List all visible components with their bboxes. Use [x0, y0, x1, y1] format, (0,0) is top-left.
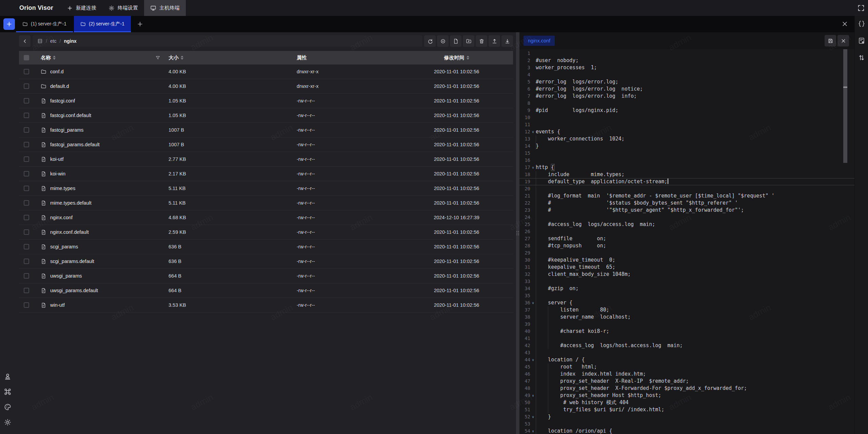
- code-line[interactable]: 47 proxy_set_header X-Real-IP $remote_ad…: [519, 378, 854, 385]
- script-doc-icon[interactable]: [858, 37, 865, 44]
- row-checkbox[interactable]: [24, 215, 29, 220]
- file-name-cell[interactable]: mime.types: [34, 186, 164, 191]
- code-line[interactable]: 8: [519, 100, 854, 107]
- code-line[interactable]: 17∨http {: [519, 164, 854, 171]
- code-line[interactable]: 12∨events {: [519, 128, 854, 135]
- new-connection-button[interactable]: [3, 18, 15, 30]
- code-line[interactable]: 48 proxy_set_header X-Forwarded-For $pro…: [519, 385, 854, 392]
- row-checkbox[interactable]: [24, 229, 29, 235]
- breadcrumb-label[interactable]: nginx: [64, 38, 76, 44]
- code-line[interactable]: 13 worker_connections 1024;: [519, 135, 854, 143]
- code-line[interactable]: 10: [519, 114, 854, 121]
- delete-button[interactable]: [476, 35, 487, 47]
- file-name-cell[interactable]: default.d: [34, 83, 164, 89]
- code-line[interactable]: 16: [519, 157, 854, 164]
- code-line[interactable]: 27 sendfile on;: [519, 235, 854, 242]
- code-line[interactable]: 9#pid logs/nginx.pid;: [519, 107, 854, 114]
- column-header-name[interactable]: 名称: [34, 55, 164, 61]
- file-row[interactable]: win-utf 3.53 KB -rw-r--r-- 2020-11-01 10…: [19, 298, 513, 313]
- breadcrumb-segment[interactable]: / etc: [46, 38, 57, 44]
- close-panel-button[interactable]: [841, 20, 848, 27]
- code-line[interactable]: 43: [519, 349, 854, 356]
- file-row[interactable]: scgi_params 636 B -rw-r--r-- 2020-11-01 …: [19, 240, 513, 254]
- file-name-cell[interactable]: fastcgi.conf.default: [34, 113, 164, 118]
- code-line[interactable]: 31 keepalive_timeout 65;: [519, 264, 854, 271]
- code-line[interactable]: 42 #access_log logs/host.access.log main…: [519, 342, 854, 349]
- code-line[interactable]: 22 # '$status $body_bytes_sent "$http_re…: [519, 200, 854, 207]
- code-line[interactable]: 39: [519, 321, 854, 328]
- path-breadcrumb[interactable]: / etc / nginx: [33, 35, 422, 47]
- file-row[interactable]: conf.d 4.00 KB drwxr-xr-x 2020-11-01 10:…: [19, 64, 513, 79]
- code-line[interactable]: 45 root html;: [519, 363, 854, 371]
- code-line[interactable]: 32 client_max_body_size 1048m;: [519, 271, 854, 278]
- file-row[interactable]: fastcgi.conf.default 1.05 KB -rw-r--r-- …: [19, 108, 513, 123]
- code-line[interactable]: 33: [519, 278, 854, 285]
- code-line[interactable]: 30 #keepalive_timeout 0;: [519, 257, 854, 264]
- fold-chevron-icon[interactable]: ∨: [530, 392, 536, 399]
- file-row[interactable]: uwsgi_params 664 B -rw-r--r-- 2020-11-01…: [19, 269, 513, 283]
- back-button[interactable]: [19, 35, 31, 47]
- code-line[interactable]: 38 server_name localhost;: [519, 314, 854, 321]
- row-checkbox[interactable]: [24, 171, 29, 176]
- row-checkbox[interactable]: [24, 98, 29, 103]
- fold-chevron-icon[interactable]: ∨: [530, 428, 536, 434]
- file-name-cell[interactable]: mime.types.default: [34, 200, 164, 206]
- code-line[interactable]: 26: [519, 228, 854, 235]
- topbar-menu-item[interactable]: 主机终端: [144, 0, 186, 16]
- row-checkbox[interactable]: [24, 69, 29, 74]
- fold-chevron-icon[interactable]: ∨: [530, 413, 536, 420]
- file-row[interactable]: nginx.conf 4.68 KB -rw-r--r-- 2024-12-10…: [19, 210, 513, 225]
- row-checkbox[interactable]: [24, 200, 29, 206]
- code-line[interactable]: 15: [519, 150, 854, 157]
- mtime-sorter[interactable]: [467, 56, 469, 60]
- editor-scrollbar[interactable]: [843, 49, 847, 163]
- session-tab[interactable]: (1) server-生产-1: [16, 16, 73, 32]
- row-checkbox[interactable]: [24, 127, 29, 133]
- file-name-cell[interactable]: conf.d: [34, 69, 164, 75]
- code-line[interactable]: 20: [519, 185, 854, 192]
- code-line[interactable]: 50 # web history 模式 404: [519, 399, 854, 406]
- code-line[interactable]: 40 #charset koi8-r;: [519, 328, 854, 335]
- user-icon[interactable]: [4, 373, 12, 380]
- topbar-menu-item[interactable]: 新建连接: [61, 0, 102, 16]
- file-row[interactable]: uwsgi_params.default 664 B -rw-r--r-- 20…: [19, 283, 513, 298]
- code-line[interactable]: 37 listen 80;: [519, 306, 854, 314]
- row-checkbox[interactable]: [24, 244, 29, 249]
- file-row[interactable]: koi-win 2.17 KB -rw-r--r-- 2020-11-01 10…: [19, 167, 513, 181]
- refresh-button[interactable]: [424, 35, 436, 47]
- code-line[interactable]: 35: [519, 292, 854, 299]
- fold-chevron-icon[interactable]: ∨: [530, 299, 536, 306]
- braces-editor-icon[interactable]: [858, 20, 865, 27]
- file-name-cell[interactable]: uwsgi_params.default: [34, 288, 164, 294]
- row-checkbox[interactable]: [24, 302, 29, 308]
- code-line[interactable]: 5#error_log logs/error.log;: [519, 78, 854, 86]
- code-line[interactable]: 52∨ }: [519, 413, 854, 420]
- row-checkbox[interactable]: [24, 259, 29, 264]
- code-line[interactable]: 2#user nobody;: [519, 57, 854, 64]
- file-row[interactable]: fastcgi_params.default 1007 B -rw-r--r--…: [19, 137, 513, 152]
- row-checkbox[interactable]: [24, 113, 29, 118]
- code-line[interactable]: 23 # '"$http_user_agent" "$http_x_forwar…: [519, 207, 854, 214]
- code-line[interactable]: 54∨ location /orion/api {: [519, 428, 854, 434]
- size-sorter[interactable]: [181, 56, 183, 60]
- code-line[interactable]: 41: [519, 335, 854, 342]
- upload-button[interactable]: [489, 35, 500, 47]
- code-line[interactable]: 19 default_type application/octet-stream…: [519, 178, 854, 185]
- code-line[interactable]: 46 index index.html index.htm;: [519, 371, 854, 378]
- brand[interactable]: Orion Visor: [0, 3, 59, 13]
- close-editor-button[interactable]: [837, 35, 849, 46]
- code-line[interactable]: 51 try_files $uri $uri/ /index.html;: [519, 406, 854, 413]
- theme-palette-icon[interactable]: [4, 403, 12, 411]
- code-line[interactable]: 25 #access_log logs/access.log main;: [519, 221, 854, 228]
- filter-funnel-icon[interactable]: [155, 55, 160, 60]
- storage-root-icon[interactable]: [37, 38, 43, 44]
- code-line[interactable]: 29: [519, 249, 854, 257]
- code-line[interactable]: 49∨ proxy_set_header Host $http_host;: [519, 392, 854, 399]
- row-checkbox[interactable]: [24, 186, 29, 191]
- open-file-tab[interactable]: nginx.conf: [524, 36, 555, 46]
- file-name-cell[interactable]: fastcgi.conf: [34, 98, 164, 104]
- file-row[interactable]: mime.types 5.11 KB -rw-r--r-- 2020-11-01…: [19, 181, 513, 196]
- code-line[interactable]: 24: [519, 214, 854, 221]
- code-line[interactable]: 11: [519, 121, 854, 128]
- select-all-checkbox[interactable]: [24, 55, 29, 60]
